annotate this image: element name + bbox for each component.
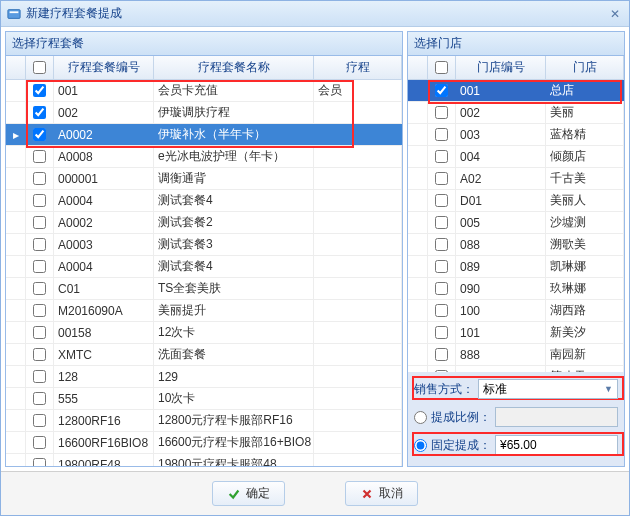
col-package-name[interactable]: 疗程套餐名称 bbox=[154, 56, 314, 79]
close-icon[interactable]: ✕ bbox=[607, 6, 623, 22]
row-expander[interactable]: ▸ bbox=[6, 124, 26, 145]
row-expander[interactable] bbox=[6, 102, 26, 123]
table-row[interactable]: 001总店 bbox=[408, 80, 624, 102]
row-expander[interactable] bbox=[408, 234, 428, 255]
row-checkbox[interactable] bbox=[33, 458, 46, 466]
table-row[interactable]: 001会员卡充值会员 bbox=[6, 80, 402, 102]
table-row[interactable]: 0015812次卡 bbox=[6, 322, 402, 344]
row-expander[interactable] bbox=[408, 344, 428, 365]
row-checkbox[interactable] bbox=[435, 194, 448, 207]
row-checkbox[interactable] bbox=[435, 128, 448, 141]
table-row[interactable]: A02千古美 bbox=[408, 168, 624, 190]
row-checkbox[interactable] bbox=[435, 84, 448, 97]
table-row[interactable]: A0004测试套餐4 bbox=[6, 256, 402, 278]
row-checkbox[interactable] bbox=[435, 172, 448, 185]
row-checkbox[interactable] bbox=[435, 260, 448, 273]
table-row[interactable]: 888南园新 bbox=[408, 344, 624, 366]
table-row[interactable]: C01TS全套美肤 bbox=[6, 278, 402, 300]
row-checkbox[interactable] bbox=[33, 172, 46, 185]
row-checkbox[interactable] bbox=[435, 216, 448, 229]
table-row[interactable]: 000001调衡通背 bbox=[6, 168, 402, 190]
table-row[interactable]: 101新美汐 bbox=[408, 322, 624, 344]
sale-method-combo[interactable]: 标准 ▼ bbox=[478, 379, 618, 399]
row-expander[interactable] bbox=[6, 344, 26, 365]
row-expander[interactable] bbox=[6, 146, 26, 167]
col-package-tag[interactable]: 疗程 bbox=[314, 56, 402, 79]
row-expander[interactable] bbox=[408, 146, 428, 167]
table-row[interactable]: 005沙墟测 bbox=[408, 212, 624, 234]
row-expander[interactable] bbox=[6, 278, 26, 299]
table-row[interactable]: 002伊璇调肤疗程 bbox=[6, 102, 402, 124]
row-expander[interactable] bbox=[408, 190, 428, 211]
row-checkbox[interactable] bbox=[33, 150, 46, 163]
row-checkbox[interactable] bbox=[33, 260, 46, 273]
row-checkbox[interactable] bbox=[33, 216, 46, 229]
row-expander[interactable] bbox=[6, 212, 26, 233]
table-row[interactable]: A0002测试套餐2 bbox=[6, 212, 402, 234]
row-expander[interactable] bbox=[408, 168, 428, 189]
row-checkbox[interactable] bbox=[435, 106, 448, 119]
row-checkbox[interactable] bbox=[33, 436, 46, 449]
table-row[interactable]: A0004测试套餐4 bbox=[6, 190, 402, 212]
row-checkbox[interactable] bbox=[435, 304, 448, 317]
row-checkbox[interactable] bbox=[33, 194, 46, 207]
table-row[interactable]: 088溯歌美 bbox=[408, 234, 624, 256]
row-checkbox[interactable] bbox=[435, 282, 448, 295]
table-row[interactable]: D01美丽人 bbox=[408, 190, 624, 212]
row-expander[interactable] bbox=[408, 80, 428, 101]
row-expander[interactable] bbox=[6, 322, 26, 343]
ok-button[interactable]: 确定 bbox=[212, 481, 285, 506]
checkall-col[interactable] bbox=[26, 56, 54, 79]
row-checkbox[interactable] bbox=[33, 84, 46, 97]
row-expander[interactable] bbox=[6, 432, 26, 453]
row-checkbox[interactable] bbox=[33, 238, 46, 251]
row-expander[interactable] bbox=[408, 322, 428, 343]
row-checkbox[interactable] bbox=[33, 392, 46, 405]
row-expander[interactable] bbox=[6, 410, 26, 431]
table-row[interactable]: 089凯琳娜 bbox=[408, 256, 624, 278]
row-expander[interactable] bbox=[6, 190, 26, 211]
store-checkall[interactable] bbox=[435, 61, 448, 74]
row-expander[interactable] bbox=[6, 256, 26, 277]
table-row[interactable]: A0003测试套餐3 bbox=[6, 234, 402, 256]
row-checkbox[interactable] bbox=[33, 414, 46, 427]
row-checkbox[interactable] bbox=[435, 238, 448, 251]
row-checkbox[interactable] bbox=[435, 150, 448, 163]
row-expander[interactable] bbox=[408, 256, 428, 277]
row-checkbox[interactable] bbox=[33, 282, 46, 295]
fixed-radio[interactable] bbox=[414, 439, 427, 452]
table-row[interactable]: M2016090A美丽提升 bbox=[6, 300, 402, 322]
fixed-input[interactable]: ¥65.00 bbox=[495, 435, 618, 455]
row-expander[interactable] bbox=[6, 366, 26, 387]
table-row[interactable]: 100湖西路 bbox=[408, 300, 624, 322]
table-row[interactable]: 16600RF16BIO816600元疗程卡服部16+BIO8 bbox=[6, 432, 402, 454]
row-expander[interactable] bbox=[6, 80, 26, 101]
table-row[interactable]: A0008e光冰电波护理（年卡） bbox=[6, 146, 402, 168]
row-checkbox[interactable] bbox=[33, 348, 46, 361]
table-row[interactable]: 12800RF1612800元疗程卡服部RF16 bbox=[6, 410, 402, 432]
ratio-input[interactable] bbox=[495, 407, 618, 427]
checkall-col[interactable] bbox=[428, 56, 456, 79]
row-expander[interactable] bbox=[408, 124, 428, 145]
row-expander[interactable] bbox=[408, 212, 428, 233]
table-row[interactable]: 128129 bbox=[6, 366, 402, 388]
col-store-code[interactable]: 门店编号 bbox=[456, 56, 546, 79]
table-row[interactable]: 19800RF4819800元疗程卡服部48 bbox=[6, 454, 402, 466]
row-checkbox[interactable] bbox=[33, 370, 46, 383]
row-checkbox[interactable] bbox=[435, 326, 448, 339]
ratio-radio[interactable] bbox=[414, 411, 427, 424]
cancel-button[interactable]: 取消 bbox=[345, 481, 418, 506]
table-row[interactable]: 090玖琳娜 bbox=[408, 278, 624, 300]
row-checkbox[interactable] bbox=[33, 106, 46, 119]
col-store-name[interactable]: 门店 bbox=[546, 56, 624, 79]
table-row[interactable]: 003蓝格精 bbox=[408, 124, 624, 146]
table-row[interactable]: 002美丽 bbox=[408, 102, 624, 124]
row-expander[interactable] bbox=[6, 388, 26, 409]
row-checkbox[interactable] bbox=[33, 326, 46, 339]
row-expander[interactable] bbox=[408, 102, 428, 123]
row-expander[interactable] bbox=[6, 168, 26, 189]
row-expander[interactable] bbox=[6, 300, 26, 321]
row-checkbox[interactable] bbox=[33, 304, 46, 317]
table-row[interactable]: XMTC洗面套餐 bbox=[6, 344, 402, 366]
row-checkbox[interactable] bbox=[435, 348, 448, 361]
